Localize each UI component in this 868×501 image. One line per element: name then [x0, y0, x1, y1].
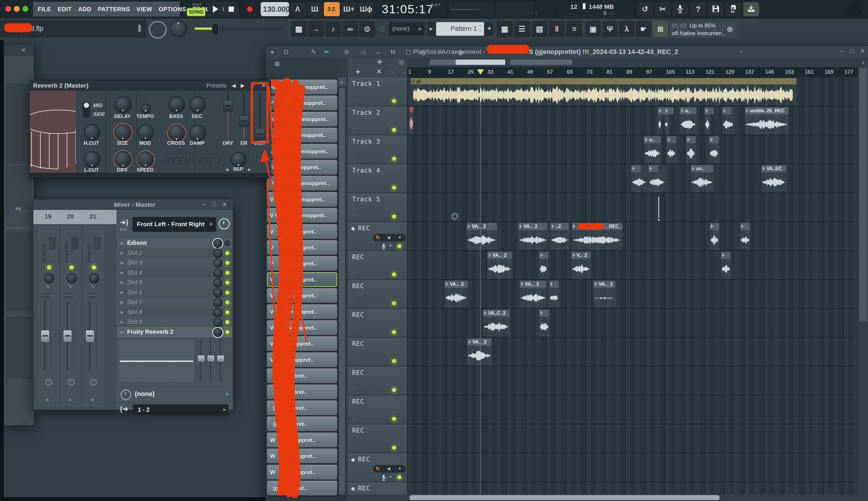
picker-item[interactable]: V (gjenoppret..: [267, 272, 337, 287]
chevron-right-icon[interactable]: ▶: [226, 391, 230, 396]
preset-prev-icon[interactable]: ◀: [232, 83, 236, 89]
playlist-close-button[interactable]: ✕: [860, 47, 865, 55]
track-header[interactable]: Track 4⋯: [348, 164, 407, 193]
audio-clip[interactable]: [658, 197, 659, 218]
add-track-button[interactable]: +: [356, 67, 360, 76]
track-led[interactable]: [391, 358, 397, 364]
scroll-up-button[interactable]: ∧: [858, 58, 868, 67]
stretch-icon[interactable]: ↔: [401, 69, 406, 75]
cut-button[interactable]: ✂: [655, 2, 671, 16]
fx-slot[interactable]: ▶Edison: [118, 238, 232, 248]
news-panel[interactable]: 01-03Up to 85%off Native Instrumen..⊕: [669, 20, 738, 39]
eq-graph[interactable]: [119, 340, 195, 382]
strip-fader-handle[interactable]: [63, 330, 72, 342]
strip-pan-knob[interactable]: [89, 273, 99, 284]
clip-name-chip[interactable]: ⊦ VA.._2: [520, 281, 546, 288]
wet-slider-handle[interactable]: [255, 129, 265, 140]
playlist-minimize-button[interactable]: −: [840, 47, 844, 55]
clip-name-chip[interactable]: ⊦ VA.._2: [444, 281, 467, 288]
move-icon[interactable]: ✚: [377, 58, 382, 66]
strip-fader-handle[interactable]: [41, 330, 50, 342]
clip-name-chip[interactable]: ⊦: [648, 165, 658, 172]
slip-tool[interactable]: ⇆: [387, 47, 399, 56]
strip-pan-knob[interactable]: [44, 273, 54, 284]
strip-swap-icon[interactable]: ⇅: [91, 284, 95, 289]
strip-mini-slider[interactable]: [42, 293, 51, 294]
track-header[interactable]: Track 3⋯: [348, 135, 407, 164]
strip-swap-icon[interactable]: ⇅: [46, 284, 50, 289]
delete-tool[interactable]: ⊘: [341, 47, 352, 56]
slot-enable-led[interactable]: [224, 260, 230, 266]
pattern-down-icon[interactable]: ▼: [479, 30, 481, 33]
clip-name-chip[interactable]: ⊦ VA.._2: [467, 339, 491, 345]
slot-enable-led[interactable]: [224, 270, 230, 276]
track-header[interactable]: REC⋯: [348, 338, 407, 366]
track-header[interactable]: REC⋯: [348, 366, 407, 395]
clip-name-chip[interactable]: ⊦: [667, 136, 676, 143]
magnet-tool[interactable]: Ω: [280, 47, 292, 56]
slot-mix-knob[interactable]: [213, 249, 222, 258]
master-volume-knob[interactable]: [170, 20, 187, 38]
clip-name-chip[interactable]: ⊦ ..2: [550, 223, 569, 230]
step-edit-button[interactable]: Шϕ: [358, 2, 374, 16]
chevron-right-icon[interactable]: ▶: [210, 222, 213, 226]
macos-close-button[interactable]: [5, 6, 11, 12]
picker-item[interactable]: A ES (gjenoppret..: [267, 128, 337, 142]
track-led[interactable]: [391, 300, 397, 306]
presets-label[interactable]: Presets: [207, 82, 226, 89]
browser-button[interactable]: ≡: [566, 21, 582, 37]
strip-pan-knob[interactable]: [67, 273, 77, 284]
picker-item[interactable]: V OI VI (gjenoppret..: [267, 192, 337, 207]
picker-item[interactable]: (gjenoppret..: [267, 481, 337, 495]
slot-arrow-icon[interactable]: ▶: [120, 290, 124, 295]
pattern-add-button[interactable]: +: [485, 22, 494, 36]
clip-name-chip[interactable]: ⊦ VA..C_2: [483, 310, 509, 317]
tempo-down-icon[interactable]: ▼: [285, 11, 288, 14]
fx-slot[interactable]: ▶Slot 7: [118, 298, 232, 307]
slot-arrow-icon[interactable]: ▶: [120, 300, 124, 304]
save-as-button[interactable]: [726, 2, 741, 16]
playlist-button[interactable]: ▦: [497, 21, 512, 37]
picker-item[interactable]: V (gjenoppret..: [267, 352, 337, 367]
lcut-knob[interactable]: [84, 151, 100, 168]
link-selector[interactable]: (none)▶: [389, 22, 425, 36]
pat-label[interactable]: PAT: [189, 2, 205, 8]
picker-item[interactable]: V (gjenoppret..: [267, 224, 337, 239]
slot-arrow-icon[interactable]: ▶: [120, 260, 124, 265]
track-led[interactable]: [391, 387, 397, 393]
track-led[interactable]: [391, 416, 397, 422]
speed-knob[interactable]: [137, 151, 154, 168]
slot-arrow-icon[interactable]: ▶: [120, 330, 124, 334]
fx-slot[interactable]: ▶Slot 6: [118, 288, 232, 297]
plugin-button[interactable]: Ψ: [602, 21, 617, 37]
typing-to-piano-button[interactable]: ▦: [291, 21, 307, 37]
slot-arrow-icon[interactable]: ▶: [120, 270, 124, 275]
menu-view[interactable]: VIEW: [137, 6, 152, 13]
chevron-right-icon[interactable]: ▶: [223, 407, 226, 412]
strip-led[interactable]: [68, 265, 75, 271]
sep-prev-icon[interactable]: ▶: [226, 168, 229, 172]
sep-next-icon[interactable]: ◀: [247, 168, 250, 172]
strip-clock-icon[interactable]: [90, 379, 97, 385]
strip-mini-slider[interactable]: [64, 296, 73, 298]
track-header[interactable]: Track 5⋯: [348, 193, 407, 222]
render-button[interactable]: [743, 2, 759, 16]
mute-tool[interactable]: ◁: [357, 47, 369, 56]
picker-item[interactable]: V (gjenoppret..: [267, 240, 337, 255]
clip-name-chip[interactable]: ⊦ un..: [691, 165, 713, 172]
track-header[interactable]: ◉REC: [348, 482, 407, 494]
loop-record-icon[interactable]: ↻: [376, 466, 380, 472]
slot-mix-knob[interactable]: [213, 259, 222, 268]
clip-name-chip[interactable]: ⊦ VA.._2: [467, 223, 497, 230]
picker-scroll-up-button[interactable]: ∧: [338, 77, 346, 86]
clip-name-chip[interactable]: ⊦ V.._2: [571, 252, 591, 259]
macos-minimize-button[interactable]: [14, 6, 20, 12]
delete-track-button[interactable]: ✕: [376, 68, 382, 75]
reeverb-close-button[interactable]: ✕: [261, 82, 266, 89]
strip-fader-track2[interactable]: [51, 302, 52, 370]
clock-icon[interactable]: [120, 390, 131, 400]
strip-led[interactable]: [91, 265, 97, 271]
track-led[interactable]: [391, 156, 397, 162]
mixer-close-button[interactable]: ✕: [222, 201, 227, 208]
touch-control-button[interactable]: ☛: [636, 21, 651, 37]
